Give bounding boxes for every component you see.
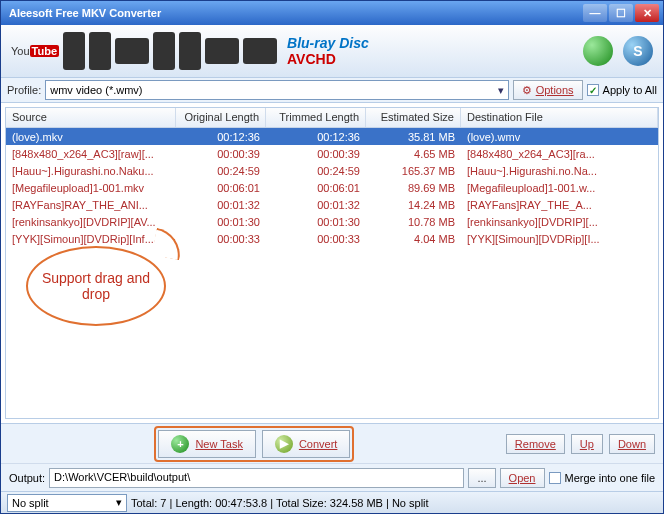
cell-df: [RAYFans]RAY_THE_A... (461, 198, 658, 212)
cell-es: 14.24 MB (366, 198, 461, 212)
convert-button[interactable]: ▶ Convert (262, 430, 351, 458)
cell-df: [renkinsankyo][DVDRIP][... (461, 215, 658, 229)
profile-value: wmv video (*.wmv) (50, 84, 142, 96)
cell-ol: 00:01:32 (176, 198, 266, 212)
remove-button[interactable]: Remove (506, 434, 565, 454)
merge-label: Merge into one file (565, 472, 656, 484)
cell-src: [Megafileupload]1-001.mkv (6, 181, 176, 195)
status-bar: No split ▾ Total: 7 | Length: 00:47:53.8… (1, 491, 663, 513)
down-button[interactable]: Down (609, 434, 655, 454)
table-row[interactable]: [renkinsankyo][DVDRIP][AV...00:01:3000:0… (6, 213, 658, 230)
device-icon (63, 32, 85, 70)
cell-tl: 00:01:32 (266, 198, 366, 212)
apply-all-label: Apply to All (603, 84, 657, 96)
settings-orb-icon[interactable]: S (623, 36, 653, 66)
new-task-button[interactable]: + New Task (158, 430, 255, 458)
profile-bar: Profile: wmv video (*.wmv) ▾ ⚙ Options ✓… (1, 77, 663, 103)
up-button[interactable]: Up (571, 434, 603, 454)
cell-df: [YYK][Simoun][DVDRip][I... (461, 232, 658, 246)
cell-df: [848x480_x264_AC3][ra... (461, 147, 658, 161)
cell-tl: 00:24:59 (266, 164, 366, 178)
cell-src: [YYK][Simoun][DVDRip][Inf... (6, 232, 176, 246)
minimize-button[interactable]: — (583, 4, 607, 22)
youtube-logo: YouTube (11, 45, 59, 57)
cell-src: (love).mkv (6, 130, 176, 144)
cell-tl: 00:12:36 (266, 130, 366, 144)
cell-es: 165.37 MB (366, 164, 461, 178)
browse-button[interactable]: ... (468, 468, 495, 488)
maximize-button[interactable]: ☐ (609, 4, 633, 22)
output-label: Output: (9, 472, 45, 484)
cell-src: [Hauu~].Higurashi.no.Naku... (6, 164, 176, 178)
table-row[interactable]: [Megafileupload]1-001.mkv00:06:0100:06:0… (6, 179, 658, 196)
merge-checkbox[interactable] (549, 472, 561, 484)
cell-tl: 00:06:01 (266, 181, 366, 195)
split-select[interactable]: No split ▾ (7, 494, 127, 512)
device-icon (243, 38, 277, 64)
cell-df: [Hauu~].Higurashi.no.Na... (461, 164, 658, 178)
device-icon (89, 32, 111, 70)
table-header: Source Original Length Trimmed Length Es… (6, 108, 658, 128)
table-row[interactable]: (love).mkv00:12:3600:12:3635.81 MB(love)… (6, 128, 658, 145)
profile-select[interactable]: wmv video (*.wmv) ▾ (45, 80, 508, 100)
cell-es: 4.04 MB (366, 232, 461, 246)
cell-es: 89.69 MB (366, 181, 461, 195)
col-destination[interactable]: Destination File (461, 108, 658, 127)
cell-ol: 00:00:33 (176, 232, 266, 246)
cell-tl: 00:00:39 (266, 147, 366, 161)
drag-drop-callout: Support drag and drop (26, 246, 166, 326)
output-path-field[interactable]: D:\Work\VCER\build\output\ (49, 468, 464, 488)
device-icon (205, 38, 239, 64)
cell-ol: 00:12:36 (176, 130, 266, 144)
cell-ol: 00:01:30 (176, 215, 266, 229)
download-icon[interactable] (583, 36, 613, 66)
cell-es: 35.81 MB (366, 130, 461, 144)
col-source[interactable]: Source (6, 108, 176, 127)
options-icon: ⚙ (522, 84, 532, 97)
add-icon: + (171, 435, 189, 453)
cell-df: (love).wmv (461, 130, 658, 144)
bluray-logo: Blu-ray Disc (287, 35, 369, 51)
table-row[interactable]: [YYK][Simoun][DVDRip][Inf...00:00:3300:0… (6, 230, 658, 247)
table-row[interactable]: [RAYFans]RAY_THE_ANI...00:01:3200:01:321… (6, 196, 658, 213)
titlebar: Aleesoft Free MKV Converter — ☐ ✕ (1, 1, 663, 25)
table-row[interactable]: [Hauu~].Higurashi.no.Naku...00:24:5900:2… (6, 162, 658, 179)
apply-all-checkbox[interactable]: ✓ (587, 84, 599, 96)
options-button[interactable]: ⚙ Options (513, 80, 583, 100)
highlight-box: + New Task ▶ Convert (154, 426, 354, 462)
table-body[interactable]: (love).mkv00:12:3600:12:3635.81 MB(love)… (6, 128, 658, 418)
close-button[interactable]: ✕ (635, 4, 659, 22)
table-row[interactable]: [848x480_x264_AC3][raw][...00:00:3900:00… (6, 145, 658, 162)
device-icon (115, 38, 149, 64)
device-icon (179, 32, 201, 70)
file-table: Source Original Length Trimmed Length Es… (5, 107, 659, 419)
chevron-down-icon: ▾ (116, 496, 122, 509)
cell-src: [renkinsankyo][DVDRIP][AV... (6, 215, 176, 229)
status-summary: Total: 7 | Length: 00:47:53.8 | Total Si… (131, 497, 429, 509)
cell-df: [Megafileupload]1-001.w... (461, 181, 658, 195)
col-trimmed-length[interactable]: Trimmed Length (266, 108, 366, 127)
window-title: Aleesoft Free MKV Converter (5, 7, 581, 19)
chevron-down-icon: ▾ (498, 84, 504, 97)
cell-ol: 00:24:59 (176, 164, 266, 178)
output-bar: Output: D:\Work\VCER\build\output\ ... O… (1, 463, 663, 491)
cell-tl: 00:00:33 (266, 232, 366, 246)
action-bar: + New Task ▶ Convert Remove Up Down (1, 423, 663, 463)
banner: YouTube Blu-ray Disc AVCHD S (1, 25, 663, 77)
banner-devices: YouTube Blu-ray Disc AVCHD (11, 32, 369, 70)
avchd-logo: AVCHD (287, 51, 369, 67)
profile-label: Profile: (7, 84, 41, 96)
device-icon (153, 32, 175, 70)
cell-ol: 00:00:39 (176, 147, 266, 161)
cell-es: 10.78 MB (366, 215, 461, 229)
cell-ol: 00:06:01 (176, 181, 266, 195)
cell-src: [RAYFans]RAY_THE_ANI... (6, 198, 176, 212)
cell-tl: 00:01:30 (266, 215, 366, 229)
cell-es: 4.65 MB (366, 147, 461, 161)
cell-src: [848x480_x264_AC3][raw][... (6, 147, 176, 161)
play-icon: ▶ (275, 435, 293, 453)
col-estimated-size[interactable]: Estimated Size (366, 108, 461, 127)
col-original-length[interactable]: Original Length (176, 108, 266, 127)
open-button[interactable]: Open (500, 468, 545, 488)
app-window: Aleesoft Free MKV Converter — ☐ ✕ YouTub… (0, 0, 664, 514)
